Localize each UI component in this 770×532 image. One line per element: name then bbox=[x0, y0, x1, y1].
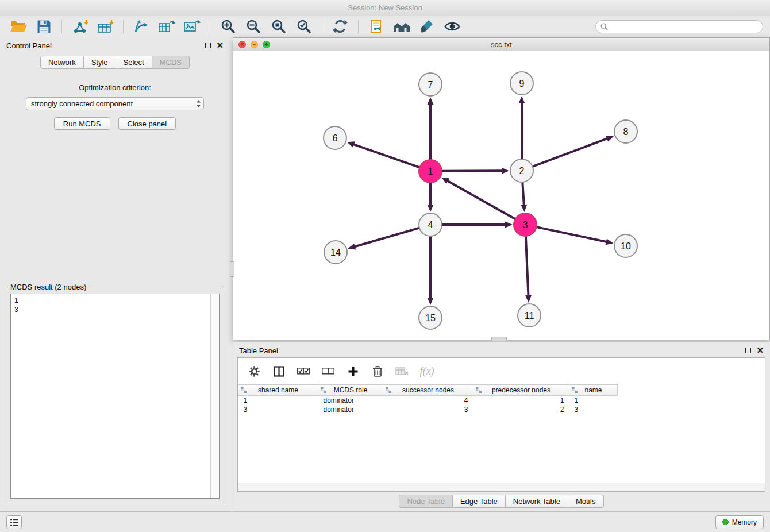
tab-network-table[interactable]: Network Table bbox=[506, 495, 568, 508]
web-export-button[interactable] bbox=[365, 18, 388, 35]
edge-3-11[interactable] bbox=[526, 236, 529, 296]
cell-shared-name[interactable]: 3 bbox=[238, 405, 318, 414]
tab-node-table[interactable]: Node Table bbox=[399, 495, 453, 508]
table-row[interactable]: 3 dominator 3 2 3 bbox=[238, 405, 765, 414]
tab-edge-table[interactable]: Edge Table bbox=[453, 495, 506, 508]
edge-2-3[interactable] bbox=[522, 182, 524, 206]
select-arrows-icon bbox=[196, 99, 201, 108]
cell-mcds-role[interactable]: dominator bbox=[318, 396, 383, 405]
column-header-shared-name[interactable]: shared name bbox=[238, 385, 318, 396]
optimization-criterion-select[interactable]: strongly connected component bbox=[26, 97, 204, 110]
cell-mcds-role[interactable]: dominator bbox=[318, 405, 383, 414]
zoom-selected-button[interactable] bbox=[292, 18, 315, 35]
search-field[interactable] bbox=[595, 20, 763, 33]
apply-layout-button[interactable] bbox=[329, 18, 352, 35]
memory-button[interactable]: Memory bbox=[715, 515, 764, 529]
network-graph[interactable]: 7968124310141511 bbox=[233, 51, 769, 340]
deselect-all-rows-button[interactable] bbox=[321, 363, 336, 380]
open-file-button[interactable] bbox=[7, 18, 30, 35]
visibility-button[interactable] bbox=[441, 18, 464, 35]
column-header-name[interactable]: name bbox=[569, 385, 618, 396]
edge-4-14[interactable] bbox=[354, 228, 419, 247]
column-header-successor-nodes[interactable]: successor nodes bbox=[383, 385, 473, 396]
delete-table-button[interactable] bbox=[395, 363, 410, 380]
cell-name[interactable]: 3 bbox=[569, 405, 618, 414]
result-scrollbar[interactable] bbox=[210, 294, 219, 498]
style-brush-icon bbox=[419, 19, 434, 34]
node-label-14: 14 bbox=[330, 248, 341, 257]
window-close-button[interactable]: × bbox=[238, 41, 246, 48]
window-minimize-button[interactable]: − bbox=[251, 41, 258, 48]
network-window: scc.txt × − + 7968124310141511 bbox=[233, 37, 770, 340]
mcds-result-list[interactable]: 1 3 bbox=[11, 294, 210, 498]
zoom-selected-icon bbox=[297, 19, 311, 34]
tab-mcds[interactable]: MCDS bbox=[152, 56, 190, 69]
import-table-button[interactable] bbox=[94, 18, 117, 35]
add-column-button[interactable] bbox=[345, 363, 360, 380]
select-all-rows-button[interactable] bbox=[296, 363, 311, 380]
zoom-out-button[interactable] bbox=[242, 18, 265, 35]
cell-successor-nodes[interactable]: 3 bbox=[383, 405, 473, 414]
edge-arrowhead-1-6 bbox=[347, 141, 355, 147]
cell-successor-nodes[interactable]: 4 bbox=[383, 396, 473, 405]
column-type-icon bbox=[571, 387, 578, 394]
tab-motifs[interactable]: Motifs bbox=[568, 495, 604, 508]
search-input[interactable] bbox=[611, 22, 758, 30]
table-row[interactable]: 1 dominator 4 1 1 bbox=[238, 396, 765, 405]
close-panel-icon[interactable]: ✕ bbox=[756, 348, 764, 353]
float-panel-icon[interactable] bbox=[205, 43, 211, 48]
home-icon bbox=[392, 20, 411, 33]
export-table-button[interactable] bbox=[155, 18, 178, 35]
table-settings-button[interactable] bbox=[247, 363, 261, 380]
style-button[interactable] bbox=[415, 18, 438, 35]
splitter-handle-vertical[interactable] bbox=[230, 261, 234, 277]
mcds-result-group: MCDS result (2 nodes) 1 3 bbox=[6, 283, 224, 504]
tab-style[interactable]: Style bbox=[84, 56, 116, 69]
show-columns-button[interactable] bbox=[271, 363, 286, 380]
column-header-predecessor-nodes[interactable]: predecessor nodes bbox=[473, 385, 569, 396]
new-network-button[interactable] bbox=[130, 18, 153, 35]
edge-3-1[interactable] bbox=[447, 180, 515, 219]
main-toolbar bbox=[0, 16, 770, 37]
home-button[interactable] bbox=[390, 18, 413, 35]
cell-shared-name[interactable]: 1 bbox=[238, 396, 318, 405]
tab-select[interactable]: Select bbox=[116, 56, 152, 69]
import-network-button[interactable] bbox=[68, 18, 91, 35]
status-bar: Memory bbox=[0, 511, 770, 532]
float-panel-icon[interactable] bbox=[745, 348, 751, 353]
run-mcds-button[interactable]: Run MCDS bbox=[54, 117, 110, 130]
function-builder-button[interactable]: f(x) bbox=[419, 363, 434, 380]
zoom-in-icon bbox=[221, 19, 236, 34]
zoom-in-button[interactable] bbox=[217, 18, 240, 35]
export-image-button[interactable] bbox=[180, 18, 203, 35]
node-label-4: 4 bbox=[428, 220, 433, 230]
edge-arrowhead-1-2 bbox=[502, 168, 509, 174]
network-window-titlebar[interactable]: scc.txt × − + bbox=[233, 38, 769, 51]
tab-network[interactable]: Network bbox=[40, 56, 84, 69]
edge-2-8[interactable] bbox=[533, 138, 608, 167]
mcds-result-title: MCDS result (2 nodes) bbox=[8, 283, 88, 291]
result-line: 3 bbox=[14, 305, 207, 314]
cell-predecessor-nodes[interactable]: 1 bbox=[473, 396, 569, 405]
column-header-filler bbox=[618, 385, 765, 396]
table-header-row: shared name MCDS role successor nodes pr… bbox=[238, 385, 765, 396]
edge-1-6[interactable] bbox=[353, 144, 419, 168]
control-panel: Control Panel ✕ Network Style Select MCD… bbox=[0, 37, 230, 511]
save-session-button[interactable] bbox=[32, 18, 55, 35]
window-zoom-button[interactable]: + bbox=[263, 41, 270, 48]
show-panels-button[interactable] bbox=[6, 515, 22, 529]
zoom-fit-button[interactable] bbox=[267, 18, 290, 35]
edge-3-10[interactable] bbox=[537, 227, 607, 242]
delete-columns-button[interactable] bbox=[370, 363, 385, 380]
cell-predecessor-nodes[interactable]: 2 bbox=[473, 405, 569, 414]
edge-1-2[interactable] bbox=[442, 171, 503, 171]
network-canvas[interactable]: 7968124310141511 bbox=[233, 51, 769, 340]
column-header-mcds-role[interactable]: MCDS role bbox=[318, 385, 383, 396]
cell-filler bbox=[618, 405, 765, 414]
cell-name[interactable]: 1 bbox=[569, 396, 618, 405]
splitter-handle-horizontal[interactable] bbox=[491, 337, 507, 341]
close-panel-button[interactable]: Close panel bbox=[118, 117, 176, 130]
close-panel-icon[interactable]: ✕ bbox=[216, 43, 224, 48]
import-table-icon bbox=[97, 19, 114, 34]
table-horizontal-scrollbar[interactable] bbox=[238, 483, 765, 491]
